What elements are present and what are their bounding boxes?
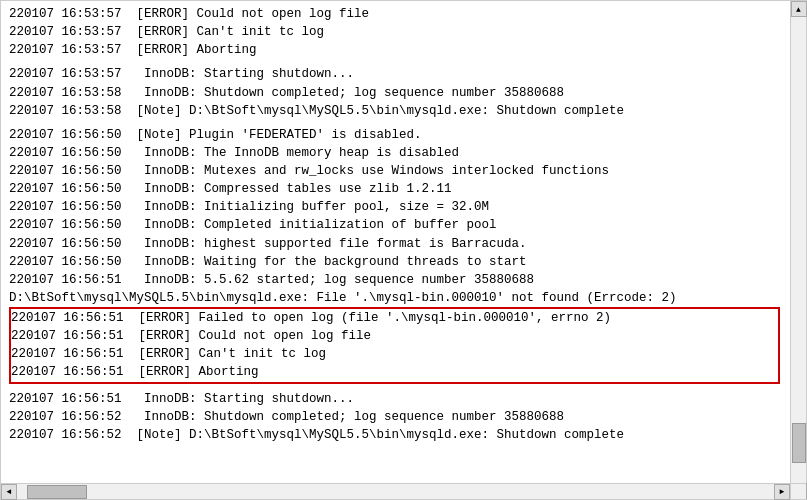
terminal-window: 220107 16:53:57 [ERROR] Could not open l… bbox=[0, 0, 807, 500]
log-group-shutdown-1: 220107 16:53:57 InnoDB: Starting shutdow… bbox=[9, 65, 782, 119]
log-line: 220107 16:56:50 [Note] Plugin 'FEDERATED… bbox=[9, 126, 782, 144]
log-line: 220107 16:56:50 InnoDB: highest supporte… bbox=[9, 235, 782, 253]
log-line: 220107 16:56:50 InnoDB: Waiting for the … bbox=[9, 253, 782, 271]
log-line: 220107 16:56:50 InnoDB: Completed initia… bbox=[9, 216, 782, 234]
log-line: 220107 16:56:50 InnoDB: Initializing buf… bbox=[9, 198, 782, 216]
scrollbar-track-v[interactable] bbox=[791, 17, 806, 483]
error-highlight-block: 220107 16:56:51 [ERROR] Failed to open l… bbox=[9, 307, 780, 384]
log-line: 220107 16:56:50 InnoDB: Mutexes and rw_l… bbox=[9, 162, 782, 180]
scrollbar-track-h[interactable] bbox=[17, 484, 774, 499]
log-line: 220107 16:56:51 InnoDB: Starting shutdow… bbox=[9, 390, 782, 408]
scroll-right-button[interactable]: ► bbox=[774, 484, 790, 500]
log-line: 220107 16:53:57 InnoDB: Starting shutdow… bbox=[9, 65, 782, 83]
log-line: 220107 16:53:58 InnoDB: Shutdown complet… bbox=[9, 84, 782, 102]
log-content-area: 220107 16:53:57 [ERROR] Could not open l… bbox=[1, 1, 790, 483]
log-line: 220107 16:53:57 [ERROR] Aborting bbox=[9, 41, 782, 59]
highlighted-log-line: 220107 16:56:51 [ERROR] Can't init tc lo… bbox=[11, 345, 778, 363]
horizontal-scrollbar[interactable]: ◄ ► bbox=[1, 483, 790, 499]
log-line: 220107 16:56:50 InnoDB: Compressed table… bbox=[9, 180, 782, 198]
log-line: 220107 16:56:51 InnoDB: 5.5.62 started; … bbox=[9, 271, 782, 289]
log-line: 220107 16:56:50 InnoDB: The InnoDB memor… bbox=[9, 144, 782, 162]
log-line: 220107 16:56:52 InnoDB: Shutdown complet… bbox=[9, 408, 782, 426]
scroll-left-button[interactable]: ◄ bbox=[1, 484, 17, 500]
highlighted-log-line: 220107 16:56:51 [ERROR] Aborting bbox=[11, 363, 778, 381]
log-line: 220107 16:53:57 [ERROR] Can't init tc lo… bbox=[9, 23, 782, 41]
scrollbar-corner bbox=[790, 483, 806, 499]
scrollbar-thumb-v[interactable] bbox=[792, 423, 806, 463]
highlighted-log-line: 220107 16:56:51 [ERROR] Could not open l… bbox=[11, 327, 778, 345]
log-group-innodb: 220107 16:56:50 [Note] Plugin 'FEDERATED… bbox=[9, 126, 782, 307]
log-line: 220107 16:53:57 [ERROR] Could not open l… bbox=[9, 5, 782, 23]
scroll-up-button[interactable]: ▲ bbox=[791, 1, 807, 17]
log-group-shutdown-2: 220107 16:56:51 InnoDB: Starting shutdow… bbox=[9, 390, 782, 444]
log-line: 220107 16:56:52 [Note] D:\BtSoft\mysql\M… bbox=[9, 426, 782, 444]
log-line: D:\BtSoft\mysql\MySQL5.5\bin\mysqld.exe:… bbox=[9, 289, 782, 307]
vertical-scrollbar[interactable]: ▲ ▼ bbox=[790, 1, 806, 499]
scrollbar-thumb-h[interactable] bbox=[27, 485, 87, 499]
highlighted-log-line: 220107 16:56:51 [ERROR] Failed to open l… bbox=[11, 309, 778, 327]
log-group-errors-1: 220107 16:53:57 [ERROR] Could not open l… bbox=[9, 5, 782, 59]
log-line: 220107 16:53:58 [Note] D:\BtSoft\mysql\M… bbox=[9, 102, 782, 120]
